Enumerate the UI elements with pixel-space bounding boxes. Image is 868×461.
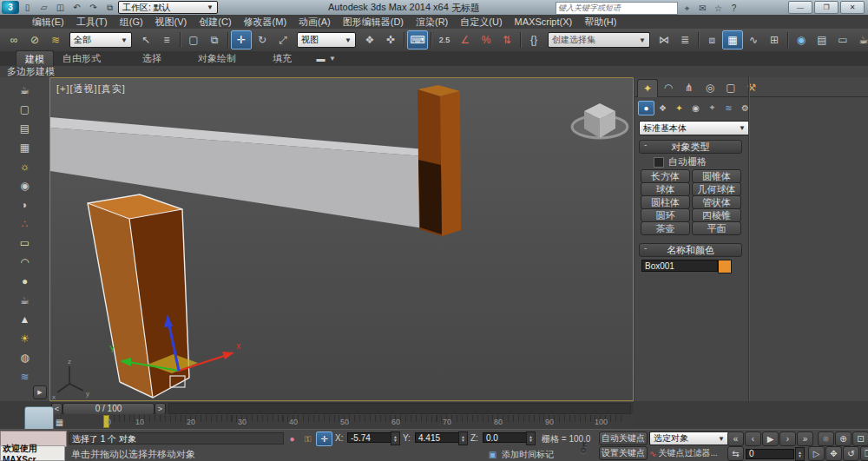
open-file-icon[interactable]: ▱ [36,0,52,15]
menu-graph-editors[interactable]: 图形编辑器(D) [337,14,410,30]
rectangular-selection-region-icon[interactable]: ▢ [183,30,204,49]
absolute-mode-icon[interactable]: ✛ [316,431,332,446]
shaded-sphere-icon[interactable]: ◗ [15,195,36,214]
material-editor-icon[interactable]: ◉ [791,30,812,49]
favorites-star-icon[interactable]: ☆ [710,1,727,16]
angle-snap-icon[interactable]: ∠ [455,30,476,49]
selected-object-dropdown[interactable]: 选定对象 ▼ [649,431,729,445]
light-bulb-icon[interactable]: ☼ [15,157,36,176]
go-to-start-icon[interactable]: « [727,431,744,446]
menu-help[interactable]: 帮助(H) [578,14,622,30]
ribbon-tab-object-paint[interactable]: 对象绘制 [189,50,245,67]
previous-frame-icon[interactable]: ‹ [745,431,761,446]
menu-views[interactable]: 视图(V) [149,14,194,30]
select-and-rotate-icon[interactable]: ↻ [252,30,273,49]
ribbon-tab-selection[interactable]: 选择 [134,50,170,67]
window-crossing-icon[interactable]: ⧉ [204,30,225,49]
layer-manager-icon[interactable]: ⧈ [701,30,722,49]
gizmo-x-arrow[interactable] [222,352,234,359]
maximize-button[interactable]: ❐ [814,1,838,14]
primitive-category-dropdown[interactable]: 标准基本体 ▼ [639,121,750,135]
plane-primitive-icon[interactable]: ▭ [15,234,36,253]
help-icon[interactable]: ? [726,1,742,16]
save-file-icon[interactable]: ◫ [52,0,69,15]
new-file-icon[interactable]: ▯ [19,0,36,15]
minimize-button[interactable]: — [788,1,812,14]
primitive-cylinder-button[interactable]: 圆柱体 [641,195,690,209]
primitive-sphere-button[interactable]: 球体 [641,182,690,196]
primitive-torus-button[interactable]: 圆环 [641,208,690,222]
menu-modifiers[interactable]: 修改器(M) [238,14,293,30]
render-production-icon[interactable]: ☕ [853,30,868,49]
snaps-toggle-icon[interactable]: 2.5 [434,30,455,49]
edit-named-selection-sets-icon[interactable]: {} [523,30,544,49]
menu-group[interactable]: 组(G) [114,14,149,30]
help-search-input[interactable] [556,2,678,15]
category-lights-icon[interactable]: ✦ [671,101,687,115]
menu-animation[interactable]: 动画(A) [293,14,337,30]
ribbon-collapse-icon[interactable]: ▬ [312,51,329,66]
maximize-viewport-icon[interactable]: ❒ [860,446,868,461]
current-frame-field[interactable] [746,449,794,459]
primitive-tube-button[interactable]: 管状体 [692,195,741,209]
select-by-name-icon[interactable]: ≡ [156,30,177,49]
go-to-end-icon[interactable]: » [797,431,813,446]
z-coordinate-field[interactable] [483,432,528,443]
render-dialog-icon[interactable]: ▤ [15,119,36,138]
pin-stack-icon[interactable]: ● [284,431,300,446]
reference-coordinate-dropdown[interactable]: 视图 ▼ [297,32,356,48]
play-animation-icon[interactable]: ▶ [762,431,779,446]
add-time-tag-button[interactable]: 添加时间标记 [502,449,554,461]
dome-primitive-icon[interactable]: ◠ [15,253,36,272]
selection-filter-dropdown[interactable]: 全部 ▼ [69,32,132,48]
menu-rendering[interactable]: 渲染(R) [410,14,454,30]
project-folder-icon[interactable]: ⧉ [102,0,118,15]
isolate-selection-icon[interactable]: ▣ [484,447,501,461]
next-frame-icon[interactable]: › [779,431,796,446]
object-color-swatch[interactable] [718,260,732,273]
key-filters-button[interactable]: 关键点过滤器... [658,447,717,459]
select-object-icon[interactable]: ↖ [135,30,156,49]
time-slider-track[interactable] [168,403,631,414]
play-selected-icon[interactable]: ▷ [808,446,825,461]
category-helpers-icon[interactable]: ⌖ [704,101,720,115]
menu-maxscript[interactable]: MAXScript(X) [509,15,579,29]
workspace-selector[interactable]: 工作区: 默认 ▼ [118,1,218,14]
rollout-name-color-header[interactable]: - 名称和颜色 [639,243,742,257]
tab-motion-icon[interactable]: ◎ [700,78,720,97]
camera-icon[interactable]: ◉ [15,176,36,195]
x-spinner[interactable]: ▲▼ [391,431,400,445]
category-geometry-icon[interactable]: ● [638,101,654,115]
primitive-geosphere-button[interactable]: 几何球体 [692,182,741,196]
search-icon[interactable]: ⌖ [679,1,695,16]
object-name-field[interactable] [641,260,718,272]
rendered-frame-window-icon[interactable]: ▭ [832,30,853,49]
primitive-box-button[interactable]: 长方体 [641,169,690,183]
keyboard-shortcut-override-icon[interactable]: ⌨ [407,30,428,49]
tab-hierarchy-icon[interactable]: ⋔ [679,78,700,97]
auto-key-button[interactable]: 自动关键点 [599,431,648,445]
tab-modify-icon[interactable]: ◠ [658,78,679,97]
category-space-warps-icon[interactable]: ≋ [720,101,737,115]
frame-spinner[interactable]: ▲▼ [795,447,805,461]
tab-utilities-icon[interactable]: ⚒ [741,78,762,97]
chevron-down-icon[interactable]: ▼ [329,55,336,63]
use-pivot-center-icon[interactable]: ❖ [359,30,380,49]
tab-create-icon[interactable]: ✦ [637,79,658,97]
zoom-all-icon[interactable]: ⊕ [835,431,852,446]
render-setup-icon[interactable]: ▤ [812,30,832,49]
x-coordinate-field[interactable] [347,432,392,443]
redo-icon[interactable]: ↷ [85,0,102,15]
ribbon-tab-freeform[interactable]: 自由形式 [54,50,109,67]
zoom-extents-icon[interactable]: ⊡ [852,431,868,446]
unlink-selection-icon[interactable]: ⊘ [24,30,45,49]
selection-lock-icon[interactable]: ⚿ [299,431,316,446]
primitive-teapot-button[interactable]: 茶壶 [641,221,690,235]
teapot-wire-icon[interactable]: ☕ [15,291,36,310]
tab-display-icon[interactable]: ▢ [720,78,741,97]
orbit-view-icon[interactable]: ↺ [843,446,859,461]
z-spinner[interactable]: ▲▼ [526,431,536,445]
category-shapes-icon[interactable]: ❖ [654,101,671,115]
autogrid-checkbox[interactable] [654,157,664,168]
select-and-link-icon[interactable]: ∞ [3,30,24,49]
